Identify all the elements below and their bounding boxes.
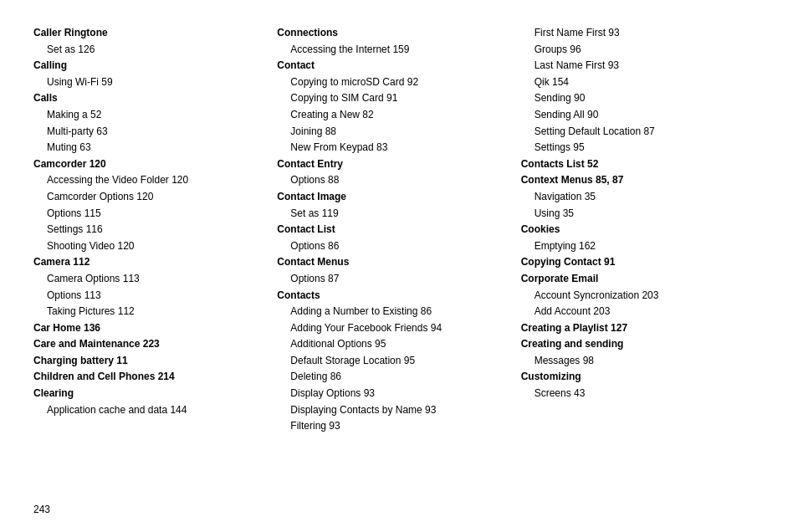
index-entry: Context Menus 85, 87 [521,172,756,188]
column-col3: First Name First 93Groups 96Last Name Fi… [521,25,765,487]
index-entry: Multi-party 63 [33,124,269,140]
index-entry: Last Name First 93 [521,58,756,74]
index-entry: First Name First 93 [521,25,756,41]
index-entry: Camera Options 113 [33,271,269,287]
index-entry: Groups 96 [521,42,756,58]
index-entry: Copying to microSD Card 92 [277,74,512,90]
index-entry: Car Home 136 [33,320,269,336]
index-entry: Display Options 93 [277,386,512,402]
index-entry: Calling [33,58,269,74]
index-entry: Options 87 [277,271,512,287]
index-entry: Contacts [277,288,512,304]
index-entry: Qik 154 [521,74,756,90]
index-entry: Creating a Playlist 127 [521,320,756,336]
index-entry: Settings 116 [33,222,269,238]
index-entry: Creating a New 82 [277,107,512,123]
index-entry: Default Storage Location 95 [277,353,512,369]
index-entry: Charging battery 11 [33,353,269,369]
index-entry: Contacts List 52 [521,156,756,172]
index-entry: Contact Image [277,189,512,205]
index-entry: Set as 119 [277,206,512,222]
column-col2: ConnectionsAccessing the Internet 159Con… [277,25,520,487]
index-entry: Accessing the Internet 159 [277,42,512,58]
index-entry: Contact List [277,222,512,238]
index-entry: Copying Contact 91 [521,254,756,270]
index-entry: Contact Menus [277,254,512,270]
index-entry: Sending 90 [521,90,756,106]
index-entry: Creating and sending [521,336,756,352]
index-entry: Emptying 162 [521,238,756,254]
index-entry: Muting 63 [33,140,269,156]
index-entry: Using Wi-Fi 59 [33,74,269,90]
index-entry: Accessing the Video Folder 120 [33,172,269,188]
index-entry: Calls [33,90,269,106]
column-col1: Caller RingtoneSet as 126CallingUsing Wi… [33,25,277,487]
index-entry: Children and Cell Phones 214 [33,369,269,385]
index-entry: Add Account 203 [521,304,756,320]
page-container: Caller RingtoneSet as 126CallingUsing Wi… [0,0,798,532]
index-entry: Messages 98 [521,353,756,369]
index-entry: Camera 112 [33,254,269,270]
index-entry: Screens 43 [521,386,756,402]
index-entry: Account Syncronization 203 [521,288,756,304]
index-entry: Options 88 [277,172,512,188]
index-entry: Camcorder 120 [33,156,269,172]
index-entry: Clearing [33,386,269,402]
index-entry: Set as 126 [33,42,269,58]
index-entry: Setting Default Location 87 [521,124,756,140]
index-entry: Options 115 [33,206,269,222]
index-entry: Contact Entry [277,156,512,172]
index-entry: Customizing [521,369,756,385]
index-entry: Corporate Email [521,271,756,287]
index-entry: Settings 95 [521,140,756,156]
index-entry: Deleting 86 [277,369,512,385]
index-entry: Sending All 90 [521,107,756,123]
index-entry: Care and Maintenance 223 [33,336,269,352]
index-entry: Joining 88 [277,124,512,140]
index-entry: Displaying Contacts by Name 93 [277,402,512,418]
index-entry: Contact [277,58,512,74]
index-entry: Adding Your Facebook Friends 94 [277,320,512,336]
index-entry: Taking Pictures 112 [33,304,269,320]
index-entry: Options 86 [277,238,512,254]
columns-wrapper: Caller RingtoneSet as 126CallingUsing Wi… [33,25,765,487]
index-entry: Application cache and data 144 [33,402,269,418]
index-entry: Filtering 93 [277,418,512,434]
index-entry: Adding a Number to Existing 86 [277,304,512,320]
index-entry: Navigation 35 [521,189,756,205]
page-number: 243 [33,504,765,515]
index-entry: Copying to SIM Card 91 [277,90,512,106]
index-entry: Additional Options 95 [277,336,512,352]
index-entry: Camcorder Options 120 [33,189,269,205]
index-entry: Connections [277,25,512,41]
index-entry: Shooting Video 120 [33,238,269,254]
index-entry: Using 35 [521,206,756,222]
index-entry: Making a 52 [33,107,269,123]
index-entry: Cookies [521,222,756,238]
index-entry: New From Keypad 83 [277,140,512,156]
index-entry: Caller Ringtone [33,25,269,41]
index-entry: Options 113 [33,288,269,304]
